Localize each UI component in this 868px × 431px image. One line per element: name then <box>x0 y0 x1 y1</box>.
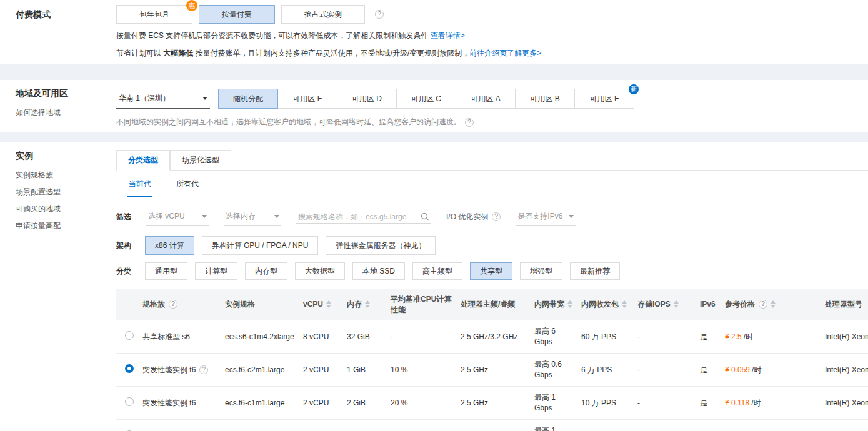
chevron-down-icon <box>274 215 279 218</box>
table-header: 规格族 ? 实例规格 vCPU 内存 平均基准CPU计算性能 处理器主频/睿频 … <box>116 289 868 320</box>
arch-heterogeneous[interactable]: 异构计算 GPU / FPGA / NPU <box>202 236 319 255</box>
zone-e[interactable]: 可用区 E <box>277 89 337 109</box>
zone-random[interactable]: 随机分配 <box>218 89 278 109</box>
row-radio[interactable] <box>125 331 134 340</box>
memory-cell: 2 GiB <box>347 398 391 409</box>
zone-group: 随机分配 可用区 E 可用区 D 可用区 C 可用区 A 可用区 B 可用区 F… <box>219 89 634 109</box>
savings-plan-link[interactable]: 前往介绍页了解更多> <box>469 49 541 57</box>
header-pps: 内网收发包 <box>581 299 637 310</box>
region-note: 不同地域的实例之间内网互不相通；选择靠近您客户的地域，可降低网络时延、提高您客户… <box>116 117 868 127</box>
pps-cell: 60 万 PPS <box>581 332 637 342</box>
memory-cell: 32 GiB <box>347 332 391 342</box>
region-section-label: 地域及可用区 <box>16 88 68 99</box>
spec-cell: ecs.t6-c2m1.large <box>225 365 303 375</box>
cat-shared[interactable]: 共享型 <box>470 262 512 280</box>
header-iops: 存储IOPS <box>637 299 700 310</box>
sort-icon[interactable] <box>567 300 572 308</box>
side-link-purchasable-regions[interactable]: 可购买的地域 <box>16 204 61 214</box>
row-radio[interactable] <box>125 397 134 406</box>
help-icon[interactable]: ? <box>492 212 501 221</box>
vcpu-select-placeholder: 选择 vCPU <box>148 211 185 222</box>
sort-icon[interactable] <box>771 300 776 308</box>
tab-current-generation[interactable]: 当前代 <box>127 171 152 197</box>
tab-all-generations[interactable]: 所有代 <box>175 171 200 197</box>
search-icon[interactable] <box>421 212 429 221</box>
instance-section-label: 实例 <box>16 151 33 162</box>
header-price-text: 参考价格 <box>725 299 755 310</box>
help-icon[interactable]: ? <box>199 365 208 374</box>
table-row: 最高 1 Gbps Intel(R) Xeon Platinum 826 <box>116 420 868 431</box>
how-to-choose-region-link[interactable]: 如何选择地域 <box>16 107 61 118</box>
sort-icon[interactable] <box>365 300 370 308</box>
frequency-cell: 2.5 GHz <box>461 365 534 375</box>
chevron-down-icon <box>202 97 207 100</box>
cat-compute[interactable]: 计算型 <box>195 262 237 280</box>
zone-b[interactable]: 可用区 B <box>515 89 575 109</box>
header-family: 规格族 ? <box>142 299 225 310</box>
bandwidth-cell: 最高 1 Gbps <box>534 392 581 414</box>
header-spec-text: 实例规格 <box>225 299 255 310</box>
ipv6-select[interactable]: 是否支持IPv6 <box>516 207 576 226</box>
cat-general[interactable]: 通用型 <box>145 262 187 280</box>
family-cell: 共享标准型 s6 <box>142 332 190 342</box>
cat-enhanced[interactable]: 增强型 <box>520 262 562 280</box>
help-icon[interactable]: ? <box>169 300 177 309</box>
price-cell: ¥ 0.118/时 <box>725 398 825 409</box>
vcpu-select[interactable]: 选择 vCPU <box>146 207 209 226</box>
row-radio-selected[interactable] <box>125 364 134 373</box>
cat-memory[interactable]: 内存型 <box>245 262 287 280</box>
side-link-scenario-selection[interactable]: 场景配置选型 <box>16 187 61 197</box>
sort-icon[interactable] <box>674 300 679 308</box>
cpu-model-cell: Intel(R) Xeon Platinum 826 <box>825 365 868 375</box>
cat-latest[interactable]: 最新推荐 <box>570 262 620 280</box>
side-link-instance-families[interactable]: 实例规格族 <box>16 170 61 181</box>
memory-select[interactable]: 选择内存 <box>224 207 281 226</box>
cat-bigdata[interactable]: 大数据型 <box>295 262 345 280</box>
sort-icon[interactable] <box>622 300 627 308</box>
help-icon[interactable]: ? <box>759 300 767 309</box>
zone-c[interactable]: 可用区 C <box>396 89 456 109</box>
instance-side-links: 实例规格族 场景配置选型 可购买的地域 申请按量高配 <box>16 170 61 231</box>
zone-f[interactable]: 可用区 F 新 <box>574 89 634 109</box>
zone-label: 可用区 C <box>411 94 441 104</box>
header-price: 参考价格 ? <box>725 299 825 310</box>
price-value: ¥ 0.059 <box>725 365 750 374</box>
header-vcpu: vCPU <box>303 299 347 310</box>
price-unit: /时 <box>752 365 761 374</box>
price-unit: /时 <box>751 399 761 407</box>
instance-tab-bar: 分类选型 场景化选型 <box>116 150 868 171</box>
region-select[interactable]: 华南 1（深圳） <box>116 89 210 109</box>
chevron-down-icon <box>569 215 574 218</box>
spec-search-input[interactable] <box>298 212 417 221</box>
vcpu-cell: 2 vCPU <box>303 365 347 375</box>
help-icon[interactable]: ? <box>375 10 384 19</box>
table-row: 突发性能实例 t6 ? ecs.t6-c2m1.large 2 vCPU 1 G… <box>116 354 868 387</box>
cat-local-ssd[interactable]: 本地 SSD <box>352 262 405 280</box>
tab-category-selection[interactable]: 分类选型 <box>116 150 170 171</box>
pay-option-spot-instance[interactable]: 抢占式实例 <box>281 5 365 24</box>
io-optimized-label: I/O 优化实例 <box>446 212 488 222</box>
zone-label: 可用区 E <box>292 94 322 104</box>
arch-x86[interactable]: x86 计算 <box>145 236 194 255</box>
zone-a[interactable]: 可用区 A <box>456 89 516 109</box>
tab-scenario-selection[interactable]: 场景化选型 <box>170 150 231 171</box>
sort-icon[interactable] <box>326 300 331 308</box>
chevron-down-icon <box>202 215 207 218</box>
zone-label: 可用区 B <box>530 94 559 104</box>
region-note-text: 不同地域的实例之间内网互不相通；选择靠近您客户的地域，可降低网络时延、提高您客户… <box>116 117 461 127</box>
help-icon[interactable]: ? <box>465 118 474 127</box>
zone-d[interactable]: 可用区 D <box>337 89 397 109</box>
pay-option-pay-as-you-go[interactable]: 按量付费 <box>199 5 275 24</box>
family-cell: 突发性能实例 t6 <box>142 365 196 375</box>
pay-option-subscription[interactable]: 包年包月 惠 <box>116 5 192 24</box>
arch-bare-metal[interactable]: 弹性裸金属服务器（神龙） <box>326 236 436 255</box>
iops-cell: - <box>637 365 700 375</box>
price-value: ¥ 2.5 <box>725 332 742 341</box>
side-link-apply-high-spec[interactable]: 申请按量高配 <box>16 220 61 231</box>
header-vcpu-text: vCPU <box>303 299 323 310</box>
header-ipv6-text: IPv6 <box>700 300 716 309</box>
view-details-link[interactable]: 查看详情> <box>431 31 465 40</box>
pay-option-label: 包年包月 <box>139 9 169 20</box>
payment-desc-2-pre: 节省计划可以 <box>116 49 161 57</box>
cat-high-clock[interactable]: 高主频型 <box>412 262 462 280</box>
